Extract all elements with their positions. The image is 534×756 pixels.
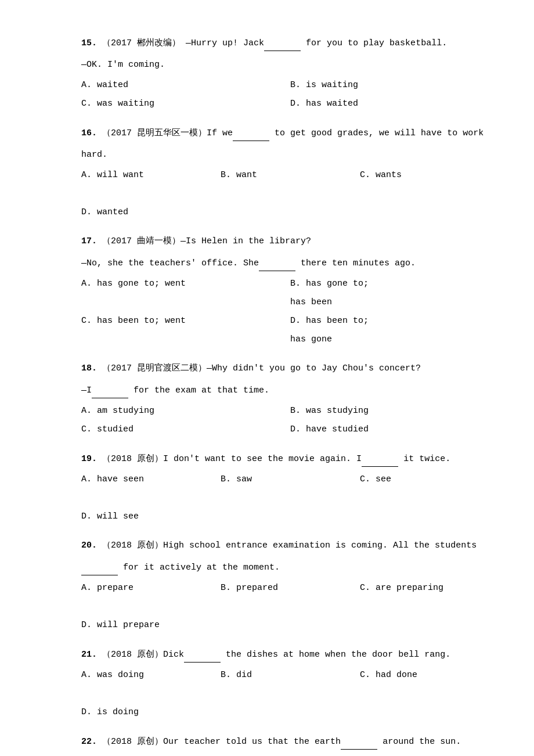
- q20-source: （2018 原创）: [102, 541, 163, 550]
- q16-continuation: hard.: [81, 147, 499, 163]
- q19-source: （2018 原创）: [102, 454, 163, 464]
- q17-option-c: C. has been to; went: [81, 314, 290, 328]
- q15-source: （2017 郴州改编）: [102, 38, 181, 48]
- q15-option-a: A. waited: [81, 78, 290, 92]
- q20-option-b: B. prepared: [221, 581, 337, 595]
- q16-option-c: C. wants: [360, 168, 476, 182]
- q22-number: 22.: [81, 737, 97, 747]
- q21-options: A. was doing B. did C. had done D. is do…: [81, 668, 499, 719]
- q18-option-c: C. studied: [81, 423, 290, 437]
- q18-option-d: D. have studied: [290, 423, 499, 437]
- q22-text: 22. （2018 原创）Our teacher told us that th…: [81, 733, 499, 750]
- q17-text2: —No, she the teachers' office. She there…: [81, 255, 499, 271]
- q21-number: 21.: [81, 650, 97, 660]
- q18-text2: —I for the exam at that time.: [81, 382, 499, 398]
- question-20: 20. （2018 原创）High school entrance examin…: [81, 538, 499, 632]
- q17-source: （2017 曲靖一模）: [102, 236, 181, 246]
- q16-text: 16. （2017 昆明五华区一模）If we to get good grad…: [81, 125, 499, 141]
- q19-option-b: B. saw: [221, 473, 337, 487]
- q17-option-d-cont: has gone: [290, 333, 499, 347]
- q17-option-a-blank: [81, 296, 290, 309]
- q20-text1: 20. （2018 原创）High school entrance examin…: [81, 538, 499, 553]
- q15-option-c: C. was waiting: [81, 97, 290, 111]
- q19-text: 19. （2018 原创）I don't want to see the mov…: [81, 451, 499, 467]
- q17-option-b-cont: has been: [290, 296, 499, 309]
- q19-option-d: D. will see: [81, 510, 197, 524]
- q17-options: A. has gone to; went B. has gone to; has…: [81, 277, 499, 347]
- q18-options: A. am studying B. was studying C. studie…: [81, 404, 499, 437]
- question-22: 22. （2018 原创）Our teacher told us that th…: [81, 733, 499, 750]
- question-16: 16. （2017 昆明五华区一模）If we to get good grad…: [81, 125, 499, 219]
- q22-source: （2018 原创）: [102, 737, 163, 747]
- q17-option-b: B. has gone to;: [290, 277, 499, 291]
- q21-option-d: D. is doing: [81, 705, 197, 719]
- question-21: 21. （2018 原创）Dick the dishes at home whe…: [81, 646, 499, 719]
- q21-option-a: A. was doing: [81, 668, 197, 682]
- q16-option-b: B. want: [221, 168, 337, 182]
- q18-text1: 18. （2017 昆明官渡区二模）—Why didn't you go to …: [81, 361, 499, 376]
- q16-number: 16.: [81, 128, 97, 138]
- question-19: 19. （2018 原创）I don't want to see the mov…: [81, 451, 499, 524]
- q18-source: （2017 昆明官渡区二模）: [102, 363, 207, 373]
- q21-option-c: C. had done: [360, 668, 476, 682]
- q16-option-d: D. wanted: [81, 206, 197, 219]
- q17-option-c-blank: [81, 333, 290, 347]
- q17-option-a: A. has gone to; went: [81, 277, 290, 291]
- q17-text1: 17. （2017 曲靖一模）—Is Helen in the library?: [81, 233, 499, 249]
- q21-source: （2018 原创）: [102, 650, 163, 660]
- q19-number: 19.: [81, 454, 97, 464]
- q21-option-b: B. did: [221, 668, 337, 682]
- q20-option-d: D. will prepare: [81, 618, 197, 632]
- q16-options: A. will want B. want C. wants D. wanted: [81, 168, 499, 219]
- q20-continuation: for it actively at the moment.: [81, 559, 499, 575]
- q17-option-d: D. has been to;: [290, 314, 499, 328]
- q18-number: 18.: [81, 363, 97, 373]
- question-15: 15. （2017 郴州改编） —Hurry up! Jack for you …: [81, 35, 499, 111]
- q15-options: A. waited B. is waiting C. was waiting D…: [81, 78, 499, 111]
- q15-text: 15. （2017 郴州改编） —Hurry up! Jack for you …: [81, 35, 499, 51]
- q15-option-d: D. has waited: [290, 97, 499, 111]
- q20-options: A. prepare B. prepared C. are preparing …: [81, 581, 499, 632]
- question-17: 17. （2017 曲靖一模）—Is Helen in the library?…: [81, 233, 499, 347]
- q19-options: A. have seen B. saw C. see D. will see: [81, 473, 499, 524]
- q15-option-b: B. is waiting: [290, 78, 499, 92]
- q20-option-c: C. are preparing: [360, 581, 476, 595]
- q15-reply: —OK. I'm coming.: [81, 57, 499, 73]
- q16-option-a: A. will want: [81, 168, 197, 182]
- question-18: 18. （2017 昆明官渡区二模）—Why didn't you go to …: [81, 361, 499, 437]
- q19-option-a: A. have seen: [81, 473, 197, 487]
- q20-option-a: A. prepare: [81, 581, 197, 595]
- q19-option-c: C. see: [360, 473, 476, 487]
- q18-option-a: A. am studying: [81, 404, 290, 418]
- q21-text: 21. （2018 原创）Dick the dishes at home whe…: [81, 646, 499, 663]
- q17-number: 17.: [81, 236, 97, 246]
- q20-number: 20.: [81, 541, 97, 550]
- q15-number: 15.: [81, 38, 97, 48]
- q18-option-b: B. was studying: [290, 404, 499, 418]
- q16-source: （2017 昆明五华区一模）: [102, 128, 207, 138]
